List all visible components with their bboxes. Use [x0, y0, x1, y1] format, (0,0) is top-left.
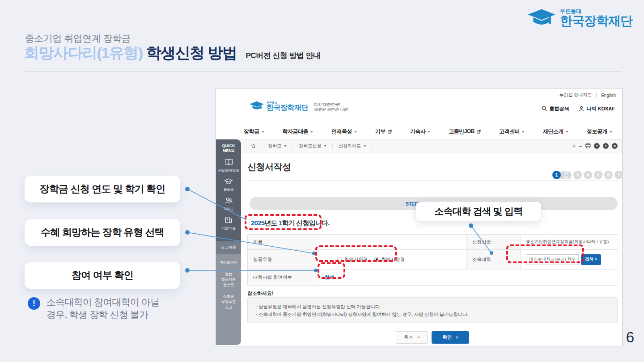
- warning-line1: 소속대학이 참여대학이 아닐: [47, 296, 159, 308]
- confirm-button[interactable]: 확인>: [432, 331, 469, 344]
- highlight-semester: [245, 214, 322, 230]
- quick-menu-graduate[interactable]: 졸업생: [224, 178, 234, 192]
- chevron-down-icon: [364, 145, 366, 147]
- brand-name: 한국장학재단: [560, 14, 632, 28]
- mypage-link[interactable]: 마이페이지: [220, 260, 237, 265]
- nav-talent[interactable]: 인재육성: [331, 128, 357, 135]
- sitemap-link[interactable]: 누리집 안내지도: [559, 92, 592, 98]
- callout-check-participation: 참여 여부 확인: [25, 262, 180, 289]
- breadcrumb-scholarship[interactable]: 장학금: [262, 143, 293, 150]
- site-logo[interactable]: 푸른등대 한국장학재단: [249, 100, 308, 113]
- nav-about[interactable]: 재단소개: [543, 128, 568, 135]
- step-indicator: 1 선택 3 4 5 6 7: [552, 171, 623, 179]
- breadcrumb: 장학금 장학금신청 신청가이드: [245, 139, 373, 152]
- slide-subtitle: PC버전 신청 방법 안내: [246, 51, 321, 61]
- quick-menu-corporate[interactable]: 기업/기관: [221, 216, 236, 231]
- note-box: 상품유형은 대학에서 운영하는 신청유형만 선택 가능합니다. 소속대학이 중소…: [247, 297, 618, 323]
- callout-search-university: 소속대학 검색 및 입력: [416, 202, 541, 221]
- utility-divider: [596, 93, 597, 97]
- building-icon: [225, 216, 233, 225]
- step-5: 5: [594, 171, 602, 179]
- blog-icon[interactable]: b: [612, 143, 618, 149]
- chevron-down-icon: [428, 131, 430, 133]
- participation-label: 대학사업 참여여부: [248, 269, 319, 286]
- graduation-cap-icon: [249, 100, 264, 113]
- nav-student-loan[interactable]: 학자금대출: [282, 128, 313, 135]
- callout-select-scholarship-type: 수혜 희망하는 장학 유형 선택: [25, 219, 180, 246]
- page-title: 신청서작성: [247, 161, 291, 173]
- site-slogan: 다시 대한민국! 새로운 국민의 나라: [314, 102, 348, 113]
- print-icon[interactable]: [585, 142, 591, 150]
- note-item: 상품유형은 대학에서 운영하는 신청유형만 선택 가능합니다.: [256, 304, 609, 310]
- warning-note: ! 소속대학이 참여대학이 아닐 경우, 학생 장학 신청 불가: [28, 296, 159, 321]
- nav-scholarship[interactable]: 장학금: [244, 128, 264, 135]
- name-label: 이름: [248, 235, 319, 250]
- step-7: 7: [614, 171, 623, 179]
- zoom-in-button[interactable]: +: [572, 143, 576, 149]
- nav-gojolman-job[interactable]: 고졸만JOB: [449, 128, 481, 135]
- chevron-down-icon: [522, 131, 525, 133]
- twitter-icon[interactable]: t: [603, 143, 609, 149]
- external-link-icon: [388, 129, 392, 135]
- slide-title-highlight: 희망사다리(1유형): [24, 43, 143, 63]
- english-link[interactable]: English: [601, 93, 616, 98]
- my-kosaf-button[interactable]: 나의 KOSAF: [579, 105, 615, 112]
- gradcap-icon: [224, 178, 233, 186]
- fraud-report-link[interactable]: 장학금 부정수급 신고: [221, 294, 236, 310]
- title-divider: [247, 181, 618, 181]
- slide-title-rest: 학생신청 방법: [146, 43, 237, 63]
- graduation-cap-icon: [527, 7, 556, 29]
- cancel-button[interactable]: 취소>: [396, 331, 428, 344]
- chevron-down-icon: [610, 131, 612, 133]
- callout-check-year-semester: 장학금 신청 연도 및 학기 확인: [25, 176, 180, 202]
- chevron-down-icon: [310, 131, 313, 133]
- quick-menu-parents[interactable]: 학부모: [224, 197, 234, 211]
- slide: 중소기업 취업연계 장학금 희망사다리(1유형) 학생신청 방법 PC버전 신청…: [0, 0, 644, 362]
- student-support-link[interactable]: 통합 학생지원 정보로: [221, 272, 236, 288]
- breadcrumb-apply[interactable]: 장학금신청: [293, 143, 333, 150]
- nav-disclosure[interactable]: 정보공개: [587, 128, 612, 135]
- logout-button[interactable]: 로그아웃: [216, 241, 241, 254]
- book-icon: [225, 159, 233, 167]
- facebook-icon[interactable]: f: [594, 143, 600, 149]
- chevron-down-icon: [262, 131, 264, 133]
- slide-title: 희망사다리(1유형) 학생신청 방법 PC버전 신청 방법 안내: [24, 43, 321, 63]
- exclamation-icon: !: [28, 297, 40, 310]
- person-icon: [579, 106, 584, 112]
- site-logo-name: 한국장학재단: [267, 104, 308, 112]
- nav-customer-center[interactable]: 고객센터: [499, 128, 525, 135]
- nav-dormitory[interactable]: 기숙사: [410, 128, 431, 135]
- main-navigation: 장학금 학자금대출 인재육성 기부 기숙사 고졸만JOB 고객센터 재단소개 정…: [244, 124, 612, 139]
- arrow-icon: >: [417, 335, 419, 340]
- highlight-product-type: [315, 245, 397, 262]
- type-label: 상품유형: [248, 250, 319, 269]
- breadcrumb-guide[interactable]: 신청가이드: [333, 143, 373, 150]
- step-3: 3: [573, 171, 582, 179]
- zoom-out-button[interactable]: −: [579, 143, 582, 149]
- search-icon: [542, 106, 547, 112]
- people-icon: [225, 197, 233, 206]
- header-divider: [25, 72, 622, 72]
- note-item: 소속대학이 중소기업 취업연계(희망사다리) 장학사업에 참여하지 않는 경우,…: [256, 311, 609, 318]
- highlight-participation: [318, 262, 345, 279]
- home-icon[interactable]: [245, 143, 262, 150]
- chevron-down-icon: [324, 145, 326, 147]
- chevron-down-icon: [566, 131, 568, 133]
- external-link-icon: [477, 129, 481, 135]
- kosaf-logo: 푸른등대 한국장학재단: [527, 7, 632, 29]
- quick-menu-lower: 마이페이지 통합 학생지원 정보로 장학금 부정수급 신고: [216, 254, 241, 345]
- nav-donation[interactable]: 기부: [375, 128, 392, 135]
- global-search-button[interactable]: 통합검색: [542, 105, 569, 112]
- chevron-down-icon: [284, 145, 287, 147]
- quick-menu-freshman[interactable]: 신입생/재학생: [218, 159, 239, 173]
- warning-line2: 경우, 학생 장학 신청 불가: [47, 308, 159, 321]
- page-number: 6: [626, 329, 634, 346]
- chevron-down-icon: [354, 131, 357, 133]
- arrow-icon: >: [456, 335, 458, 340]
- quick-menu: QUICK MENU 신입생/재학생 졸업생 학부모 기업/기관: [216, 139, 241, 241]
- highlight-university-search: [506, 244, 584, 263]
- note-title: 참조하세요!: [247, 290, 274, 297]
- step-4: 4: [584, 171, 592, 179]
- step-1-current: 1: [552, 171, 561, 179]
- step-6: 6: [604, 171, 613, 179]
